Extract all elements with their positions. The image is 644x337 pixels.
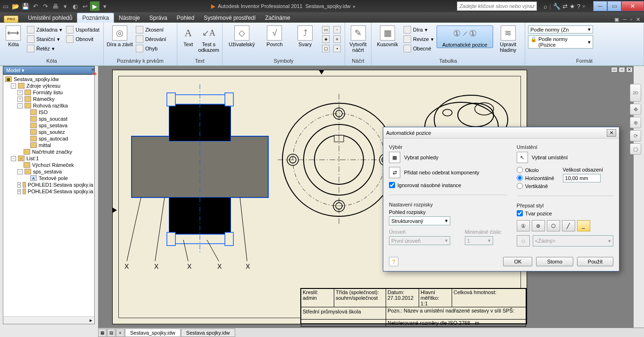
view-min-icon[interactable]: ─ [611, 67, 618, 73]
text-button[interactable]: AText [180, 25, 196, 47]
tree-item[interactable]: sps_autocad [4, 135, 93, 142]
expand-icon[interactable]: + [17, 189, 21, 194]
tab-cascade-icon[interactable]: ▤ [107, 329, 116, 337]
vytvorit-nacrt-button[interactable]: ✎Vytvořit náčrt [348, 25, 368, 53]
tab-tile-icon[interactable]: ▦ [98, 329, 107, 337]
usporadat-button[interactable]: Uspořádat [65, 25, 100, 34]
lookat-icon[interactable]: ▢ [630, 143, 641, 155]
apply-button[interactable]: Použít [577, 257, 613, 266]
select-views-button[interactable]: ▦ [389, 152, 400, 163]
tree-item[interactable]: +POHLED1:Sestava spojky.ia [4, 181, 93, 188]
tree-item[interactable]: sps_soutez [4, 129, 93, 135]
return-icon[interactable]: ↩ [80, 1, 90, 11]
ok-button[interactable]: OK [503, 257, 532, 266]
tab-nastroje[interactable]: Nástroje [114, 13, 145, 23]
sym-opt6[interactable]: ▪ [332, 44, 342, 53]
ohyb-button[interactable]: Ohyb [135, 44, 167, 53]
update-icon[interactable]: ▶ [90, 1, 99, 11]
tree-item[interactable]: +POHLED4:Sestava spojky.ia [4, 188, 93, 195]
zakladna-button[interactable]: Základna ▾ [26, 25, 63, 34]
stanicni-button[interactable]: Staniční ▾ [26, 35, 63, 43]
search-input[interactable] [457, 1, 537, 11]
sym-opt2[interactable]: ◈ [321, 35, 330, 43]
expand-icon[interactable]: + [17, 182, 21, 188]
save-icon[interactable]: 💾 [21, 1, 30, 11]
exchange-icon[interactable]: ⇄ [562, 3, 568, 10]
radio-okolo[interactable]: Okolo [517, 167, 554, 173]
section-view[interactable] [122, 84, 282, 263]
open-icon[interactable]: 📂 [11, 1, 20, 11]
add-remove-components-button[interactable]: ⇄ [389, 167, 400, 178]
material-icon[interactable]: ◐ [70, 1, 80, 11]
select-icon[interactable]: ▾ [60, 1, 70, 11]
tab-sprava[interactable]: Správa [145, 13, 172, 23]
tree-item[interactable]: ISO [4, 109, 93, 115]
minimize-button[interactable]: ─ [593, 1, 607, 11]
tab-systemove[interactable]: Systémové prostředí [199, 13, 260, 23]
svary-button[interactable]: ⤴Svary [291, 25, 319, 47]
tab-zaciname[interactable]: Začínáme [260, 13, 295, 23]
zoom-icon[interactable]: ⊕ [630, 117, 641, 128]
tree-item[interactable]: Výchozí Rámeček [4, 162, 93, 168]
view-max-icon[interactable]: ▫ [619, 67, 625, 73]
collapse-icon[interactable]: − [17, 103, 23, 108]
obnovit-button[interactable]: Obnovit [65, 35, 100, 43]
format-norm-pozice-select[interactable]: 🔒Podle normy (Pozice▾ [528, 35, 593, 49]
doc-close-icon[interactable]: ✕ [636, 16, 640, 23]
dialog-titlebar[interactable]: Automatické pozice ✕ [383, 127, 619, 139]
maximize-button[interactable]: ▭ [607, 1, 621, 11]
doc-max-icon[interactable]: ▫ [630, 16, 632, 23]
tree-item[interactable]: ATextové pole [4, 175, 93, 181]
binoculars-icon[interactable]: ⌕ [544, 3, 547, 10]
offset-input[interactable] [563, 174, 601, 182]
sym-opt1[interactable]: ▭ [321, 25, 330, 34]
sym-opt3[interactable]: ▢ [321, 44, 330, 53]
undo-icon[interactable]: ↶ [31, 1, 40, 11]
tree-item[interactable]: sps_soucast [4, 115, 93, 122]
panel-close-icon[interactable]: ✕ [91, 67, 95, 72]
bom-view-select[interactable]: Strukturovaný▾ [389, 216, 450, 225]
povrch-button[interactable]: √Povrch [260, 25, 289, 47]
title-dropdown-icon[interactable]: ▸ [353, 3, 356, 9]
select-placement-button[interactable]: ↖ [517, 152, 528, 163]
app-menu-button[interactable]: PRO [4, 16, 18, 23]
radio-vert[interactable]: Vertikálně [517, 183, 554, 189]
shape-underline[interactable]: ⎯ [577, 220, 590, 231]
tree-item[interactable]: sps_sestava [4, 122, 93, 129]
orbit-icon[interactable]: ⟳ [630, 130, 641, 141]
sym-opt5[interactable]: ≡ [332, 35, 342, 43]
tab-umisteni[interactable]: Umístění pohledů [23, 13, 77, 23]
scroll-right-icon[interactable]: ▸ [88, 317, 94, 323]
tab-revize-button[interactable]: Revize ▾ [403, 35, 435, 43]
star-icon[interactable]: ★ [570, 3, 575, 10]
doc-tab-active[interactable]: Sestava_spojky.idw [125, 329, 181, 337]
collapse-icon[interactable]: − [11, 156, 16, 161]
dira-zavit-button[interactable]: ◎Díra a závit [107, 25, 133, 47]
qat-more-icon[interactable]: ▾ [100, 1, 109, 11]
help-icon[interactable]: ? [577, 3, 580, 10]
kusovnik-button[interactable]: ▦Kusovník [374, 25, 401, 47]
tree-item[interactable]: −Zdroje výkresu [4, 82, 93, 89]
tree-item[interactable]: +Formáty listu [4, 89, 93, 96]
format-norm-select[interactable]: Podle normy (Zn▾ [528, 25, 593, 33]
upravit-hladiny-button[interactable]: ≋Upravit hladiny [495, 25, 521, 53]
tree-item[interactable]: +Rámečky [4, 96, 93, 102]
derovani-button[interactable]: Děrování [135, 35, 167, 43]
expand-icon[interactable]: + [17, 90, 23, 95]
pan-icon[interactable]: ✥ [630, 104, 641, 115]
tab-poznamka[interactable]: Poznámka [77, 13, 114, 23]
collapse-icon[interactable]: − [11, 83, 16, 89]
zkoseni-button[interactable]: Zkosení [135, 25, 167, 34]
close-button[interactable]: ✕ [621, 1, 644, 11]
tree-item[interactable]: mittal [4, 142, 93, 148]
view-close-icon[interactable]: ✕ [626, 67, 633, 73]
viewcube-2d-icon[interactable]: 2D [630, 84, 641, 102]
dialog-help-button[interactable]: ? [389, 257, 398, 266]
dialog-close-button[interactable]: ✕ [607, 129, 616, 137]
sym-opt4[interactable]: ◦ [332, 25, 342, 34]
shape-line[interactable]: ╱ [562, 220, 575, 231]
tab-dira-button[interactable]: Díra ▾ [403, 25, 435, 34]
expand-icon[interactable]: + [17, 97, 23, 102]
flange-view[interactable] [278, 75, 400, 245]
shape-hex[interactable]: ⬡ [547, 220, 560, 231]
